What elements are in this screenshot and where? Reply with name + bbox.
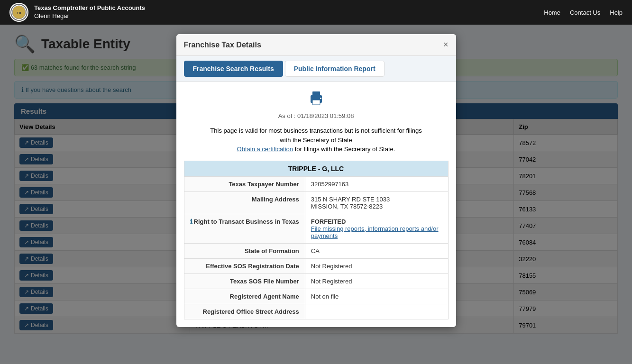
value-taxpayer: 32052997163 — [305, 176, 448, 191]
official-name: Glenn Hegar — [34, 12, 145, 20]
logo-inner: TX — [10, 4, 27, 21]
label-sos-number: Texas SOS File Number — [184, 273, 305, 289]
entity-name-header: TRIPPLE - G, LLC — [184, 161, 448, 176]
modal-dialog: Franchise Tax Details × Franchise Search… — [176, 34, 456, 327]
value-sos-date: Not Registered — [305, 258, 448, 273]
notice-line1: This page is valid for most business tra… — [184, 126, 449, 136]
modal-title: Franchise Tax Details — [184, 41, 261, 49]
page-background: 🔍 Taxable Entity ✅ 63 matches found for … — [0, 25, 632, 364]
nav-home[interactable]: Home — [544, 9, 560, 16]
svg-rect-5 — [320, 98, 321, 99]
modal-body: As of : 01/18/2023 01:59:08 This page is… — [176, 82, 456, 327]
detail-row-office: Registered Office Street Address — [184, 304, 448, 319]
timestamp: As of : 01/18/2023 01:59:08 — [278, 112, 354, 119]
tab-public-info[interactable]: Public Information Report — [285, 61, 385, 77]
label-state: State of Formation — [184, 243, 305, 258]
modal-header: Franchise Tax Details × — [176, 34, 456, 56]
file-missing-link[interactable]: File missing reports, information report… — [311, 225, 439, 239]
value-state: CA — [305, 243, 448, 258]
detail-row-right: ℹRight to Transact Business in Texas FOR… — [184, 214, 448, 243]
label-right: ℹRight to Transact Business in Texas — [184, 214, 305, 243]
detail-row-sos-number: Texas SOS File Number Not Registered — [184, 273, 448, 289]
label-mailing: Mailing Address — [184, 191, 305, 214]
agency-logo: TX — [9, 3, 28, 22]
modal-overlay: Franchise Tax Details × Franchise Search… — [0, 25, 632, 364]
label-taxpayer: Texas Taxpayer Number — [184, 176, 305, 191]
detail-row-state: State of Formation CA — [184, 243, 448, 258]
detail-row-taxpayer: Texas Taxpayer Number 32052997163 — [184, 176, 448, 191]
value-right: FORFEITED File missing reports, informat… — [305, 214, 448, 243]
print-section: As of : 01/18/2023 01:59:08 — [184, 90, 449, 119]
notice-line3: Obtain a certification for filings with … — [184, 145, 449, 154]
svg-rect-3 — [312, 91, 320, 96]
detail-row-agent: Registered Agent Name Not on file — [184, 289, 448, 304]
obtain-certification-link[interactable]: Obtain a certification — [237, 146, 293, 153]
nav-links: Home Contact Us Help — [544, 9, 623, 16]
navbar-brand: TX Texas Comptroller of Public Accounts … — [9, 3, 145, 22]
value-sos-number: Not Registered — [305, 273, 448, 289]
info-icon: ℹ — [190, 218, 192, 225]
detail-row-mailing: Mailing Address 315 N SHARY RD STE 1033 … — [184, 191, 448, 214]
notice-text-3: for filings with the Secretary of State. — [293, 146, 395, 153]
forfeited-label: FORFEITED — [311, 218, 442, 225]
svg-text:TX: TX — [17, 11, 22, 15]
agency-title: Texas Comptroller of Public Accounts Gle… — [34, 4, 145, 20]
value-office — [305, 304, 448, 319]
notice-box: This page is valid for most business tra… — [184, 126, 449, 154]
nav-contact[interactable]: Contact Us — [570, 9, 600, 16]
detail-row-sos-date: Effective SOS Registration Date Not Regi… — [184, 258, 448, 273]
label-office: Registered Office Street Address — [184, 304, 305, 319]
mailing-line2: MISSION, TX 78572-8223 — [311, 203, 442, 210]
modal-close-button[interactable]: × — [443, 40, 449, 50]
agency-name: Texas Comptroller of Public Accounts — [34, 4, 145, 12]
svg-rect-4 — [312, 100, 320, 105]
label-sos-date: Effective SOS Registration Date — [184, 258, 305, 273]
value-agent: Not on file — [305, 289, 448, 304]
mailing-line1: 315 N SHARY RD STE 1033 — [311, 196, 442, 203]
navbar: TX Texas Comptroller of Public Accounts … — [0, 0, 632, 25]
tab-franchise-search[interactable]: Franchise Search Results — [184, 61, 283, 77]
detail-table: TRIPPLE - G, LLC Texas Taxpayer Number 3… — [184, 161, 449, 319]
value-mailing: 315 N SHARY RD STE 1033 MISSION, TX 7857… — [305, 191, 448, 214]
printer-icon[interactable] — [308, 90, 325, 110]
notice-line2: with the Secretary of State — [184, 136, 449, 145]
modal-tabs: Franchise Search Results Public Informat… — [176, 56, 456, 82]
nav-help[interactable]: Help — [610, 9, 623, 16]
label-agent: Registered Agent Name — [184, 289, 305, 304]
